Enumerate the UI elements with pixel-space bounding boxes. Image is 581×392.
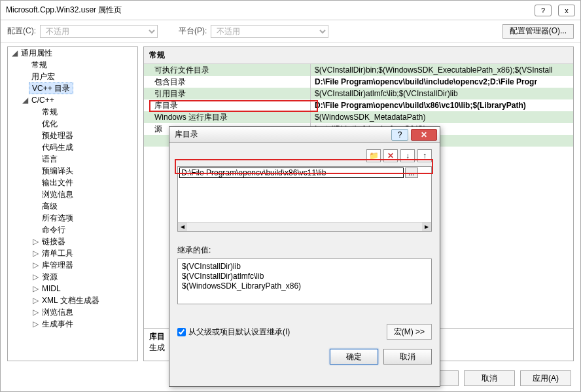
browse-button[interactable]: ... [405,168,418,178]
modal-titlebar: 库目录 ? ✕ [169,127,440,143]
property-name: 引用目录 [144,88,311,99]
tree-pane[interactable]: ◢通用属性 常规 用户宏 VC++ 目录 ◢C/C++ 常规优化预处理器代码生成… [7,46,138,361]
scroll-left-icon[interactable]: ◂ [178,223,187,232]
collapse-icon[interactable]: ▷ [31,271,39,283]
collapse-icon[interactable]: ▷ [31,294,39,306]
tree-item[interactable]: 预处理器 [39,130,76,141]
tree-item[interactable]: 常规 [29,60,50,70]
property-row[interactable]: Windows 运行库目录$(WindowsSDK_MetadataPath) [144,111,573,123]
tree-root[interactable]: 通用属性 [18,48,55,58]
property-name: 库目录 [144,99,311,111]
section-header: 常规 [144,47,573,64]
tree-item[interactable]: 常规 [39,107,60,117]
window-buttons: ? x [535,5,575,16]
collapse-icon[interactable]: ▷ [31,283,39,294]
tree-item[interactable]: XML 文档生成器 [39,295,102,306]
window-title: Microsoft.Cpp.Win32.user 属性页 [6,5,535,16]
tree-item[interactable]: 清单工具 [39,248,76,258]
property-value[interactable]: $(WindowsSDK_MetadataPath) [311,111,573,123]
collapse-icon[interactable]: ▷ [31,318,39,330]
tree-item[interactable]: 链接器 [39,236,68,247]
property-row[interactable]: 库目录D:\File Program\opencv\build\x86\vc10… [144,99,573,111]
inherited-item: $(WindowsSDK_LibraryPath_x86) [182,281,427,291]
tree-item[interactable]: 浏览信息 [39,307,76,317]
tree-item[interactable]: 预编译头 [39,166,76,176]
modal-close-icon[interactable]: ✕ [411,129,437,141]
modal-title: 库目录 [175,129,391,140]
collapse-icon[interactable]: ▷ [31,247,39,259]
property-row[interactable]: 包含目录D:\File Program\opencv\build\include… [144,76,573,88]
modal-body: 📁 ✕ ↓ ↑ ... ◂ ▸ 继承的值: $(VCInstallDir)lib… [169,143,440,371]
inherit-checkbox[interactable] [177,328,186,336]
property-value[interactable]: D:\File Program\opencv\build\x86\vc10\li… [311,99,573,111]
inherit-row: 从父级或项目默认设置继承(I) 宏(M) >> [177,324,432,340]
expand-icon[interactable]: ◢ [10,47,18,59]
modal-help-icon[interactable]: ? [391,129,408,141]
property-value[interactable]: $(VCInstallDir)atlmfc\lib;$(VCInstallDir… [311,88,573,99]
macro-button[interactable]: 宏(M) >> [387,324,432,340]
tree-item[interactable]: 输出文件 [39,177,76,188]
tree-item[interactable]: 所有选项 [39,213,76,223]
collapse-icon[interactable]: ▷ [31,259,39,271]
paths-listbox[interactable]: ... ◂ ▸ [177,166,432,232]
modal-buttons: 确定 取消 [177,349,432,365]
close-icon[interactable]: x [558,5,575,16]
inherited-label: 继承的值: [177,245,432,256]
property-name: 可执行文件目录 [144,64,311,76]
property-value[interactable]: D:\File Program\opencv\build\include\ope… [311,76,573,88]
path-toolbar: 📁 ✕ ↓ ↑ [177,149,432,162]
inherited-item: $(VCInstallDir)atlmfc\lib [182,272,427,281]
tree-item[interactable]: 高级 [39,201,60,211]
collapse-icon[interactable]: ▷ [31,236,39,247]
tree-item[interactable]: 语言 [39,154,60,164]
tree-item-vcdirs[interactable]: VC++ 目录 [29,82,73,94]
config-select[interactable]: 不适用 [40,25,158,38]
modal-cancel-button[interactable]: 取消 [383,349,432,365]
move-down-icon[interactable]: ↓ [400,149,415,162]
tree-item[interactable]: 用户宏 [29,71,58,82]
inherit-check-label: 从父级或项目默认设置继承(I) [188,327,290,338]
inherited-item: $(VCInstallDir)lib [182,262,427,272]
property-value[interactable]: $(VCInstallDir)bin;$(WindowsSDK_Executab… [311,64,573,76]
main-titlebar: Microsoft.Cpp.Win32.user 属性页 ? x [1,1,580,20]
property-name: Windows 运行库目录 [144,111,311,123]
property-row[interactable]: 可执行文件目录$(VCInstallDir)bin;$(WindowsSDK_E… [144,64,573,76]
tree-item[interactable]: 代码生成 [39,142,76,152]
property-name: 包含目录 [144,76,311,88]
apply-button[interactable]: 应用(A) [520,370,571,386]
tree-cpp[interactable]: C/C++ [29,95,57,105]
help-icon[interactable]: ? [535,5,552,16]
move-up-icon[interactable]: ↑ [417,149,432,162]
config-manager-button[interactable]: 配置管理器(O)... [502,24,574,39]
delete-icon[interactable]: ✕ [383,149,398,162]
config-toolbar: 配置(C): 不适用 平台(P): 不适用 配置管理器(O)... [1,20,580,43]
tree-item[interactable]: 生成事件 [39,319,76,329]
hscrollbar[interactable]: ◂ ▸ [178,222,431,231]
cancel-button[interactable]: 取消 [464,370,515,386]
collapse-icon[interactable]: ▷ [31,306,39,318]
path-input[interactable] [179,168,404,178]
new-folder-icon[interactable]: 📁 [366,149,381,162]
expand-icon[interactable]: ◢ [21,94,29,106]
platform-select[interactable]: 不适用 [211,25,328,38]
property-row[interactable]: 引用目录$(VCInstallDir)atlmfc\lib;$(VCInstal… [144,88,573,99]
inherited-listbox[interactable]: $(VCInstallDir)lib $(VCInstallDir)atlmfc… [177,258,432,304]
tree-item[interactable]: MIDL [39,283,63,294]
modal-ok-button[interactable]: 确定 [330,349,378,365]
path-row[interactable]: ... [178,167,431,179]
library-dirs-dialog: 库目录 ? ✕ 📁 ✕ ↓ ↑ ... ◂ ▸ 继承的值: $(VCInstal… [169,126,440,387]
tree-item[interactable]: 库管理器 [39,260,76,270]
scroll-right-icon[interactable]: ▸ [422,223,431,232]
tree-item[interactable]: 优化 [39,118,60,129]
tree-item[interactable]: 浏览信息 [39,189,76,200]
tree-item[interactable]: 资源 [39,272,60,282]
platform-label: 平台(P): [179,26,207,37]
tree-item[interactable]: 命令行 [39,224,68,235]
config-label: 配置(C): [7,26,36,37]
